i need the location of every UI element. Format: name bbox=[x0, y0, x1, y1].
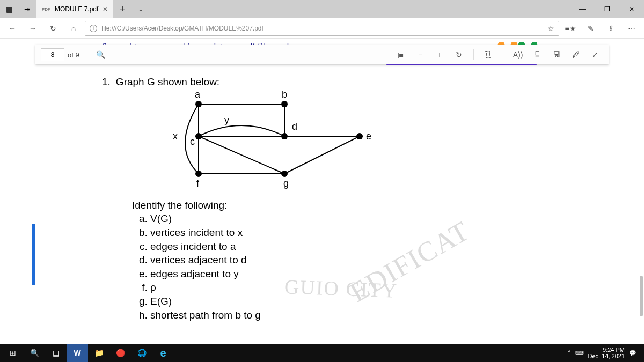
page-count-label: of 9 bbox=[68, 51, 79, 59]
question-item: vertices incident to x bbox=[150, 226, 445, 240]
svg-text:a: a bbox=[195, 89, 201, 100]
svg-point-14 bbox=[281, 171, 288, 177]
identify-label: Identify the following: bbox=[132, 198, 445, 212]
question-item: V(G) bbox=[150, 212, 445, 226]
more-icon[interactable]: ⋯ bbox=[623, 20, 641, 36]
graph-figure: a b x c d e f g y bbox=[134, 88, 413, 195]
word-taskbar-icon[interactable]: W bbox=[67, 344, 88, 362]
tray-chevron-icon[interactable]: ˄ bbox=[568, 350, 571, 357]
close-tab-icon[interactable]: ✕ bbox=[103, 5, 108, 13]
keyboard-icon[interactable]: ⌨ bbox=[575, 350, 584, 357]
svg-text:f: f bbox=[196, 178, 200, 189]
search-taskbar-icon[interactable]: 🔍 bbox=[24, 344, 45, 362]
svg-text:e: e bbox=[366, 131, 371, 142]
save-icon[interactable]: 🖫 bbox=[548, 47, 565, 63]
question-item: ρ bbox=[150, 280, 445, 294]
scrollbar-thumb[interactable] bbox=[640, 276, 643, 316]
task-view-icon[interactable]: ▤ bbox=[45, 344, 67, 362]
fullscreen-icon[interactable]: ⤢ bbox=[587, 47, 603, 63]
edge-taskbar-icon[interactable]: e bbox=[152, 344, 174, 362]
heading-text: Graph G shown below: bbox=[116, 75, 219, 89]
search-icon[interactable]: 🔍 bbox=[93, 47, 109, 63]
explorer-taskbar-icon[interactable]: 📁 bbox=[88, 344, 109, 362]
url-text: file:///C:/Users/Acer/Desktop/GMATH/MODU… bbox=[101, 25, 264, 32]
svg-text:y: y bbox=[224, 115, 229, 125]
pdf-toolbar: of 9 🔍 ▣ − + ↻ ⿻ A)) 🖶 🖫 🖉 ⤢ bbox=[35, 45, 609, 64]
svg-text:b: b bbox=[282, 89, 287, 100]
clock[interactable]: 9:24 PM Dec. 14, 2021 bbox=[588, 346, 625, 359]
question-item: vertices adjacent to d bbox=[150, 253, 445, 267]
svg-text:g: g bbox=[283, 178, 289, 189]
browser-tab[interactable]: PDF MODULE 7.pdf ✕ bbox=[36, 0, 113, 18]
annotate-icon[interactable]: 🖉 bbox=[568, 47, 584, 63]
app-icon: ▤ bbox=[0, 0, 18, 18]
document-page: 1. Graph G shown below: a b x c d e f bbox=[102, 75, 445, 322]
svg-point-13 bbox=[195, 171, 202, 177]
svg-text:c: c bbox=[190, 136, 195, 147]
svg-point-12 bbox=[356, 133, 363, 139]
refresh-button[interactable]: ↻ bbox=[44, 20, 62, 36]
svg-line-6 bbox=[199, 136, 284, 174]
favorite-icon[interactable]: ☆ bbox=[547, 24, 554, 33]
zoom-out-icon[interactable]: − bbox=[412, 47, 428, 63]
svg-text:d: d bbox=[292, 121, 297, 132]
rotate-icon[interactable]: ↻ bbox=[451, 47, 467, 63]
pen-icon[interactable]: ✎ bbox=[582, 20, 600, 36]
heading-number: 1. bbox=[102, 75, 111, 89]
notifications-icon[interactable]: 💬 bbox=[629, 350, 636, 357]
tab-title: MODULE 7.pdf bbox=[55, 5, 98, 13]
svg-point-10 bbox=[195, 133, 202, 139]
minimize-button[interactable]: — bbox=[570, 0, 595, 18]
close-window-button[interactable]: ✕ bbox=[619, 0, 644, 18]
share-icon[interactable]: ⇪ bbox=[602, 20, 620, 36]
question-item: edges adjacent to y bbox=[150, 267, 445, 281]
question-item: E(G) bbox=[150, 294, 445, 308]
favorites-icon[interactable]: ≡★ bbox=[561, 20, 580, 36]
svg-text:x: x bbox=[173, 131, 178, 142]
read-aloud-icon[interactable]: A)) bbox=[510, 47, 526, 63]
app-taskbar-icon[interactable]: 🔴 bbox=[109, 344, 131, 362]
address-bar[interactable]: i file:///C:/Users/Acer/Desktop/GMATH/MO… bbox=[85, 21, 559, 36]
zoom-in-icon[interactable]: + bbox=[431, 47, 448, 63]
clock-time: 9:24 PM bbox=[588, 346, 625, 353]
tab-chevron-icon[interactable]: ⌄ bbox=[131, 0, 150, 18]
annotation-mark bbox=[32, 224, 35, 285]
new-tab-button[interactable]: + bbox=[113, 0, 131, 18]
site-info-icon[interactable]: i bbox=[90, 25, 97, 32]
back-button[interactable]: ← bbox=[3, 20, 21, 36]
svg-point-9 bbox=[281, 101, 288, 107]
pdf-icon: PDF bbox=[42, 5, 50, 13]
start-button[interactable]: ⊞ bbox=[2, 344, 24, 362]
fit-page-icon[interactable]: ▣ bbox=[393, 47, 409, 63]
taskbar: ⊞ 🔍 ▤ W 📁 🔴 🌐 e ˄ ⌨ 9:24 PM Dec. 14, 202… bbox=[0, 344, 644, 362]
svg-line-7 bbox=[284, 136, 360, 174]
svg-point-11 bbox=[281, 133, 288, 139]
print-icon[interactable]: 🖶 bbox=[529, 47, 545, 63]
forward-button[interactable]: → bbox=[24, 20, 42, 36]
app-taskbar-icon[interactable]: 🌐 bbox=[131, 344, 152, 362]
question-item: edges incident to a bbox=[150, 240, 445, 254]
layout-icon[interactable]: ⿻ bbox=[480, 47, 496, 63]
page-number-input[interactable] bbox=[41, 48, 64, 61]
home-button[interactable]: ⌂ bbox=[64, 20, 83, 36]
question-item: shortest path from b to g bbox=[150, 308, 445, 322]
tab-actions-icon[interactable]: ⇥ bbox=[18, 0, 36, 18]
clock-date: Dec. 14, 2021 bbox=[588, 353, 625, 359]
maximize-button[interactable]: ❐ bbox=[595, 0, 619, 18]
svg-point-8 bbox=[195, 101, 202, 107]
